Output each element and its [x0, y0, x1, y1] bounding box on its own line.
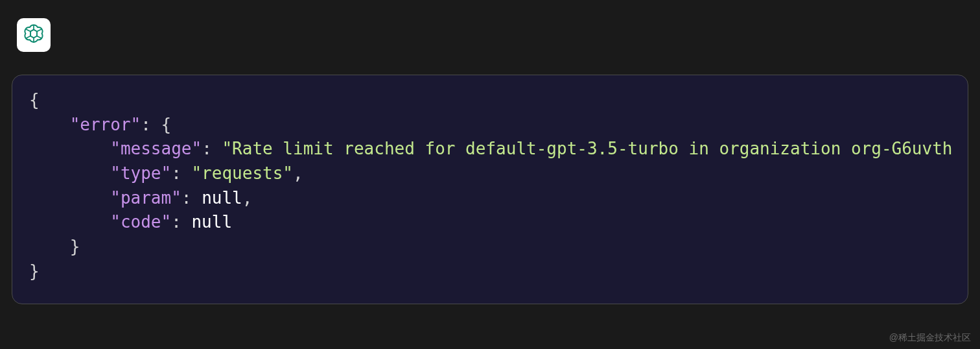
code-block: { "error": { "message": "Rate limit reac…: [12, 75, 968, 304]
json-null: null: [202, 188, 242, 208]
json-content: { "error": { "message": "Rate limit reac…: [29, 88, 951, 284]
json-key: "message": [110, 139, 202, 158]
json-string: "Rate limit reached for default-gpt-3.5-…: [222, 139, 952, 158]
brace-close: }: [29, 261, 40, 281]
brace-close: }: [70, 237, 80, 256]
code-scroll-area[interactable]: { "error": { "message": "Rate limit reac…: [12, 88, 968, 293]
watermark-text: @稀土掘金技术社区: [889, 332, 971, 344]
assistant-avatar: [17, 18, 51, 52]
json-key: "error": [70, 115, 141, 134]
brace-open: {: [29, 90, 40, 110]
json-string: "requests": [191, 163, 293, 183]
json-null: null: [191, 212, 232, 232]
json-key: "param": [110, 188, 181, 208]
json-key: "type": [110, 163, 171, 183]
json-key: "code": [110, 212, 171, 232]
openai-icon: [23, 23, 45, 47]
